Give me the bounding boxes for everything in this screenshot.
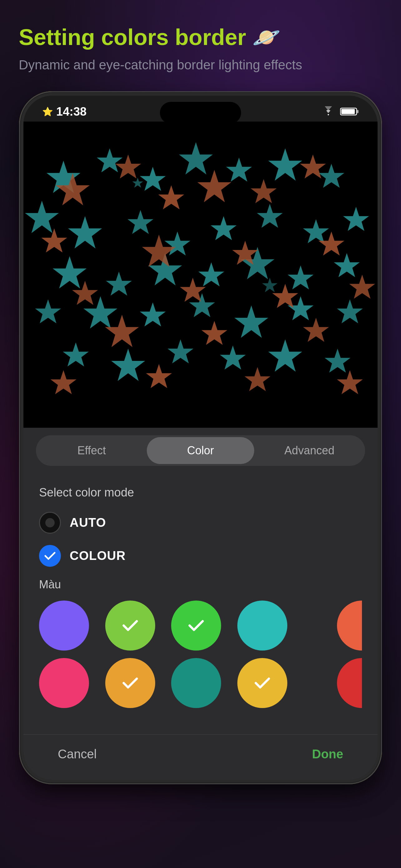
auto-option[interactable]: AUTO [39, 512, 362, 534]
color-swatch-orange-red[interactable] [337, 600, 362, 651]
svg-marker-32 [63, 342, 89, 367]
svg-marker-33 [111, 349, 145, 381]
svg-marker-49 [319, 231, 344, 256]
svg-marker-9 [319, 164, 344, 188]
svg-marker-39 [262, 278, 277, 292]
color-swatch-green[interactable] [171, 600, 221, 651]
color-swatch-amber[interactable] [105, 658, 155, 708]
bottom-bar: Cancel Done [24, 734, 377, 780]
cancel-button[interactable]: Cancel [48, 744, 106, 764]
select-color-mode-label: Select color mode [39, 486, 362, 499]
svg-marker-58 [146, 364, 172, 388]
svg-marker-38 [132, 178, 143, 187]
svg-marker-17 [343, 207, 369, 231]
svg-marker-28 [189, 293, 215, 317]
svg-marker-11 [68, 216, 102, 249]
checkmark-icon [188, 620, 204, 631]
page-title: Setting colors border 🪐 [19, 25, 382, 50]
auto-radio[interactable] [39, 512, 61, 534]
svg-marker-44 [251, 179, 277, 203]
svg-marker-6 [179, 142, 213, 175]
auto-label: AUTO [70, 516, 106, 530]
settings-panel: Select color mode AUTO [24, 473, 377, 734]
status-icons [321, 106, 359, 117]
checkmark-icon [123, 677, 138, 689]
tab-color[interactable]: Color [147, 437, 255, 464]
svg-marker-43 [197, 170, 231, 203]
wallpaper-area [24, 122, 377, 428]
svg-marker-47 [142, 235, 176, 267]
svg-marker-15 [257, 204, 282, 228]
dynamic-island [160, 102, 241, 124]
svg-marker-14 [211, 216, 237, 240]
color-swatch-teal[interactable] [237, 600, 287, 651]
color-swatch-light-green[interactable] [105, 600, 155, 651]
svg-marker-42 [158, 185, 184, 209]
page-subtitle: Dynamic and eye-catching border lighting… [19, 56, 382, 74]
svg-marker-4 [97, 148, 123, 173]
colour-radio[interactable] [39, 545, 61, 567]
tab-effect[interactable]: Effect [38, 437, 145, 464]
status-time: ⭐ 14:38 [42, 105, 87, 118]
color-swatch-dark-teal[interactable] [171, 658, 221, 708]
color-grid-row2 [39, 658, 362, 708]
svg-marker-29 [234, 306, 268, 338]
svg-marker-24 [334, 253, 360, 277]
svg-marker-12 [127, 210, 153, 234]
svg-marker-18 [53, 256, 87, 289]
svg-rect-2 [341, 109, 355, 114]
svg-marker-53 [349, 275, 375, 299]
segment-control: Effect Color Advanced [36, 435, 365, 466]
svg-marker-31 [337, 299, 363, 323]
svg-marker-27 [140, 303, 166, 327]
svg-marker-46 [41, 228, 67, 252]
phone-inner: ⭐ 14:38 [24, 96, 377, 780]
svg-marker-37 [325, 349, 350, 373]
svg-marker-59 [244, 367, 270, 391]
svg-rect-1 [357, 110, 359, 113]
battery-icon [340, 107, 359, 116]
svg-marker-23 [288, 265, 313, 289]
phone-frame: ⭐ 14:38 [21, 93, 380, 782]
svg-marker-54 [105, 315, 139, 347]
svg-marker-8 [268, 148, 302, 181]
svg-marker-19 [106, 272, 132, 296]
svg-marker-35 [220, 346, 246, 370]
checkmark-icon [44, 552, 56, 560]
svg-marker-16 [303, 219, 329, 243]
color-swatch-yellow[interactable] [237, 658, 287, 708]
svg-marker-21 [198, 262, 224, 286]
color-swatch-pink[interactable] [39, 658, 89, 708]
done-button[interactable]: Done [303, 744, 353, 764]
svg-marker-7 [226, 157, 252, 182]
svg-marker-56 [303, 318, 329, 342]
stars-background [24, 122, 377, 428]
color-swatch-red[interactable] [337, 658, 362, 708]
svg-marker-34 [167, 339, 193, 363]
checkmark-icon [255, 677, 270, 689]
colour-label: COLOUR [70, 549, 126, 563]
phone-mockup: ⭐ 14:38 [19, 93, 382, 782]
svg-marker-36 [268, 339, 302, 372]
svg-marker-60 [337, 370, 363, 394]
color-grid-row1 [39, 600, 362, 651]
wifi-icon [321, 106, 335, 117]
segment-control-area: Effect Color Advanced [24, 428, 377, 473]
checkmark-icon [123, 620, 138, 631]
svg-marker-25 [35, 299, 61, 323]
svg-marker-30 [288, 296, 313, 320]
svg-marker-55 [201, 321, 227, 345]
colour-option[interactable]: COLOUR [39, 545, 362, 567]
color-swatch-purple[interactable] [39, 600, 89, 651]
tab-advanced[interactable]: Advanced [256, 437, 363, 464]
svg-marker-57 [51, 370, 76, 394]
color-section-label: Màu [39, 578, 362, 591]
svg-marker-10 [25, 200, 59, 233]
svg-marker-5 [140, 167, 166, 191]
